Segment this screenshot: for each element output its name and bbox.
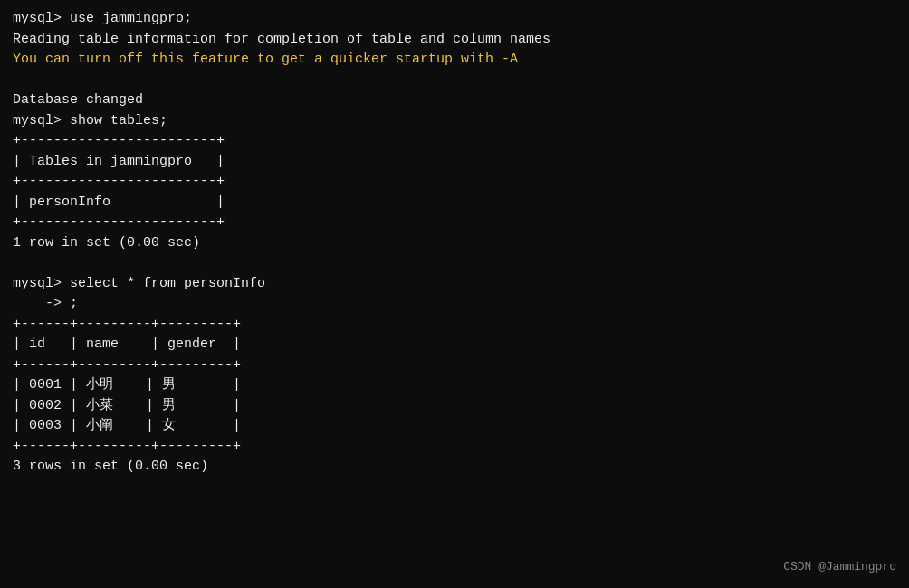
line-2: Reading table information for completion… (13, 30, 896, 51)
line-1: mysql> use jammingpro; (13, 9, 896, 30)
line-6: mysql> show tables; (13, 111, 896, 132)
line-19: | 0001 | 小明 | 男 | (13, 375, 896, 396)
spacer-2 (13, 253, 896, 274)
line-7: +------------------------+ (13, 131, 896, 152)
line-12: 1 row in set (0.00 sec) (13, 233, 896, 254)
line-3: You can turn off this feature to get a q… (13, 50, 896, 71)
line-21: | 0003 | 小阐 | 女 | (13, 416, 896, 437)
line-23: 3 rows in set (0.00 sec) (13, 457, 896, 478)
line-18: +------+---------+---------+ (13, 356, 896, 376)
line-10: | personInfo | (13, 193, 896, 213)
line-16: +------+---------+---------+ (13, 315, 896, 336)
terminal-window: mysql> use jammingpro; Reading table inf… (0, 0, 909, 588)
line-14: mysql> select * from personInfo (13, 274, 896, 295)
line-15: -> ; (13, 294, 896, 315)
line-11: +------------------------+ (13, 213, 896, 233)
line-20: | 0002 | 小菜 | 男 | (13, 396, 896, 417)
line-5: Database changed (13, 90, 896, 111)
line-9: +------------------------+ (13, 172, 896, 193)
watermark: CSDN @Jammingpro (783, 558, 896, 576)
spacer-1 (13, 71, 896, 91)
line-8: | Tables_in_jammingpro | (13, 152, 896, 173)
line-22: +------+---------+---------+ (13, 437, 896, 458)
line-17: | id | name | gender | (13, 335, 896, 356)
